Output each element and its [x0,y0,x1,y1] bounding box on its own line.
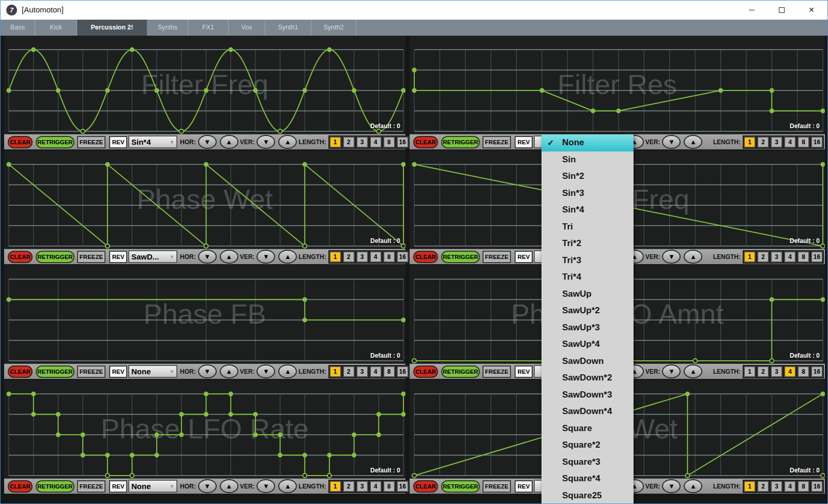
menu-item-sawup-3[interactable]: SawUp*3 [541,319,634,337]
rev-button[interactable]: REV [515,480,533,493]
waveform-node[interactable] [401,88,406,93]
length-4-button[interactable]: 4 [370,251,382,263]
waveform-node[interactable] [278,453,282,457]
waveform-node[interactable] [278,129,282,133]
ver-down-button[interactable]: ▼ [257,364,275,378]
freeze-button[interactable]: FREEZE [483,251,511,263]
length-8-button[interactable]: 8 [797,136,809,148]
menu-item-square25[interactable]: Square25 [541,487,634,504]
menu-item-tri[interactable]: Tri [541,219,634,236]
waveform-node[interactable] [377,433,381,437]
menu-item-sawdown-3[interactable]: SawDown*3 [541,387,634,404]
tab-vox[interactable]: Vox [229,20,265,36]
waveform-node[interactable] [31,412,36,417]
waveform-node[interactable] [7,297,11,302]
waveform-node[interactable] [401,392,406,396]
ver-up-button[interactable]: ▲ [684,364,702,378]
length-3-button[interactable]: 3 [356,366,368,377]
freeze-button[interactable]: FREEZE [483,480,511,493]
waveform-node[interactable] [303,162,307,167]
length-2-button[interactable]: 2 [343,136,355,148]
menu-item-sin[interactable]: Sin [541,151,634,169]
rev-button[interactable]: REV [515,251,533,263]
waveform-curve[interactable] [9,279,403,361]
waveform-node[interactable] [303,474,307,478]
waveform-node[interactable] [204,88,208,93]
length-3-button[interactable]: 3 [771,481,782,492]
waveform-node[interactable] [685,474,689,478]
length-8-button[interactable]: 8 [797,366,809,377]
length-1-button[interactable]: 1 [329,251,341,263]
menu-item-sawdown[interactable]: SawDown [541,353,634,370]
waveform-node[interactable] [7,162,11,167]
waveform-node[interactable] [253,433,258,437]
waveform-node[interactable] [105,162,110,167]
waveform-node[interactable] [179,433,184,437]
waveform-display[interactable]: Filter ResDefault : 0 [410,36,825,134]
tab-synths[interactable]: Synths [147,20,188,36]
waveform-node[interactable] [401,318,406,323]
waveform-node[interactable] [106,244,110,248]
waveform-node[interactable] [401,162,406,167]
waveform-node[interactable] [303,88,307,93]
waveform-node[interactable] [616,109,621,113]
waveform-node[interactable] [155,453,159,457]
ver-down-button[interactable]: ▼ [662,250,681,264]
freeze-button[interactable]: FREEZE [483,365,511,378]
waveform-node[interactable] [770,109,774,113]
length-1-button[interactable]: 1 [329,136,341,148]
length-16-button[interactable]: 16 [397,481,409,492]
length-3-button[interactable]: 3 [771,251,782,263]
hor-down-button[interactable]: ▼ [198,479,217,493]
clear-button[interactable]: CLEAR [8,251,33,263]
waveform-node[interactable] [179,129,184,133]
waveform-node[interactable] [693,359,697,363]
waveform-node[interactable] [718,88,723,93]
waveform-node[interactable] [303,318,307,323]
ver-up-button[interactable]: ▲ [684,135,702,149]
length-8-button[interactable]: 8 [797,481,809,492]
menu-item-sawdown-4[interactable]: SawDown*4 [541,403,634,420]
length-2-button[interactable]: 2 [757,481,769,492]
menu-item-sin-4[interactable]: Sin*4 [541,202,634,219]
length-16-button[interactable]: 16 [811,251,823,263]
waveform-node[interactable] [253,412,258,417]
freeze-button[interactable]: FREEZE [77,365,106,378]
waveform-node[interactable] [130,474,134,478]
maximize-button[interactable] [766,1,796,19]
waveform-node[interactable] [56,88,61,93]
waveform-curve[interactable] [9,164,403,246]
ver-down-button[interactable]: ▼ [257,250,275,264]
menu-item-square-4[interactable]: Square*4 [541,470,634,487]
waveform-node[interactable] [31,48,36,52]
length-4-button[interactable]: 4 [370,366,382,377]
waveform-node[interactable] [327,453,332,457]
waveform-node[interactable] [31,392,36,396]
waveform-node[interactable] [401,244,405,248]
waveform-node[interactable] [81,129,85,133]
waveform-node[interactable] [770,88,774,93]
waveform-node[interactable] [105,453,110,457]
retrigger-button[interactable]: RETRIGGER [36,251,74,263]
waveform-node[interactable] [412,474,416,478]
waveform-node[interactable] [352,88,356,93]
length-8-button[interactable]: 8 [797,251,809,263]
menu-item-sin-2[interactable]: Sin*2 [541,168,634,185]
menu-item-square[interactable]: Square [541,420,634,437]
length-2-button[interactable]: 2 [757,136,769,148]
waveform-node[interactable] [278,433,282,437]
rev-button[interactable]: REV [515,365,533,378]
length-4-button[interactable]: 4 [784,251,796,263]
waveform-node[interactable] [539,88,544,93]
menu-item-sin-3[interactable]: Sin*3 [541,185,634,202]
length-3-button[interactable]: 3 [771,366,782,377]
ver-down-button[interactable]: ▼ [662,364,681,378]
length-1-button[interactable]: 1 [744,366,756,377]
clear-button[interactable]: CLEAR [413,480,438,493]
waveform-curve[interactable] [9,394,403,476]
length-16-button[interactable]: 16 [397,136,409,148]
close-button[interactable]: ✕ [796,1,826,19]
waveform-node[interactable] [821,392,825,396]
rev-button[interactable]: REV [515,136,533,148]
hor-down-button[interactable]: ▼ [198,135,217,149]
